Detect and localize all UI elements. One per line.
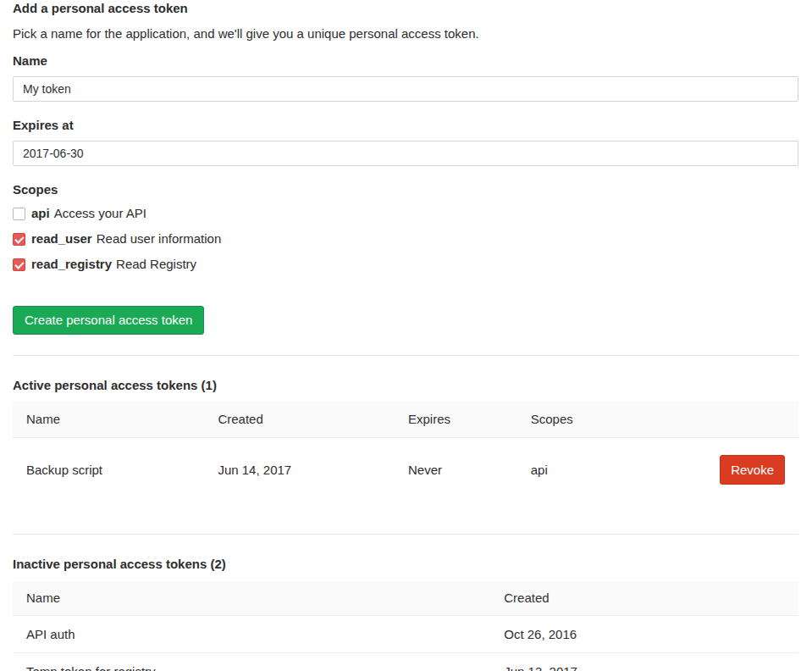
section-divider xyxy=(13,534,798,535)
read-user-checkbox[interactable] xyxy=(13,233,25,246)
new-token-form: Name Expires at Scopes api Access your A… xyxy=(13,54,798,335)
api-checkbox[interactable] xyxy=(13,208,25,220)
column-header-name: Name xyxy=(13,402,204,438)
scope-name: api xyxy=(31,207,50,220)
column-header-action xyxy=(651,402,799,438)
page-description: Pick a name for the application, and we'… xyxy=(13,26,798,41)
token-name-cell: Backup script xyxy=(13,438,204,502)
table-header-row: Name Created Expires Scopes xyxy=(13,402,798,438)
column-header-name: Name xyxy=(13,581,490,616)
scope-description: Read user information xyxy=(97,232,222,246)
active-tokens-table: Name Created Expires Scopes Backup scrip… xyxy=(13,402,798,502)
table-row: Backup script Jun 14, 2017 Never api Rev… xyxy=(13,438,798,502)
name-label: Name xyxy=(13,54,798,68)
personal-access-tokens-page: Add a personal access token Pick a name … xyxy=(0,2,812,671)
scope-name: read_user xyxy=(31,232,92,246)
revoke-button[interactable]: Revoke xyxy=(720,455,785,485)
token-created-cell: Oct 26, 2016 xyxy=(490,616,798,653)
expires-at-label: Expires at xyxy=(13,119,798,132)
table-row: API auth Oct 26, 2016 xyxy=(13,616,798,653)
token-expires-cell: Never xyxy=(395,438,517,502)
section-divider xyxy=(13,355,798,356)
read-registry-checkbox[interactable] xyxy=(13,258,25,271)
column-header-scopes: Scopes xyxy=(517,402,651,438)
expires-at-input[interactable] xyxy=(13,141,798,166)
token-scopes-cell: api xyxy=(517,438,651,502)
page-title: Add a personal access token xyxy=(13,2,798,15)
table-row: Temp token for registry Jun 13, 2017 xyxy=(13,653,798,671)
column-header-created: Created xyxy=(490,581,798,616)
token-name-input[interactable] xyxy=(13,76,798,102)
table-header-row: Name Created xyxy=(13,581,798,616)
scope-description: Read Registry xyxy=(116,258,196,271)
scope-row-read-registry: read_registry Read Registry xyxy=(13,258,798,271)
active-tokens-heading: Active personal access tokens (1) xyxy=(13,379,798,392)
token-name-cell: Temp token for registry xyxy=(13,653,490,671)
scopes-list: api Access your API read_user Read user … xyxy=(13,207,798,271)
scopes-label: Scopes xyxy=(13,183,798,197)
token-created-cell: Jun 13, 2017 xyxy=(490,653,798,671)
create-token-button[interactable]: Create personal access token xyxy=(13,306,204,335)
scope-row-api: api Access your API xyxy=(13,207,798,220)
inactive-tokens-heading: Inactive personal access tokens (2) xyxy=(13,557,798,571)
token-name-cell: API auth xyxy=(13,616,490,653)
scope-name: read_registry xyxy=(31,258,112,271)
scope-description: Access your API xyxy=(54,207,146,220)
scope-row-read-user: read_user Read user information xyxy=(13,232,798,246)
column-header-expires: Expires xyxy=(395,402,517,438)
column-header-created: Created xyxy=(204,402,395,438)
inactive-tokens-table: Name Created API auth Oct 26, 2016 Temp … xyxy=(13,581,798,671)
token-created-cell: Jun 14, 2017 xyxy=(204,438,395,502)
